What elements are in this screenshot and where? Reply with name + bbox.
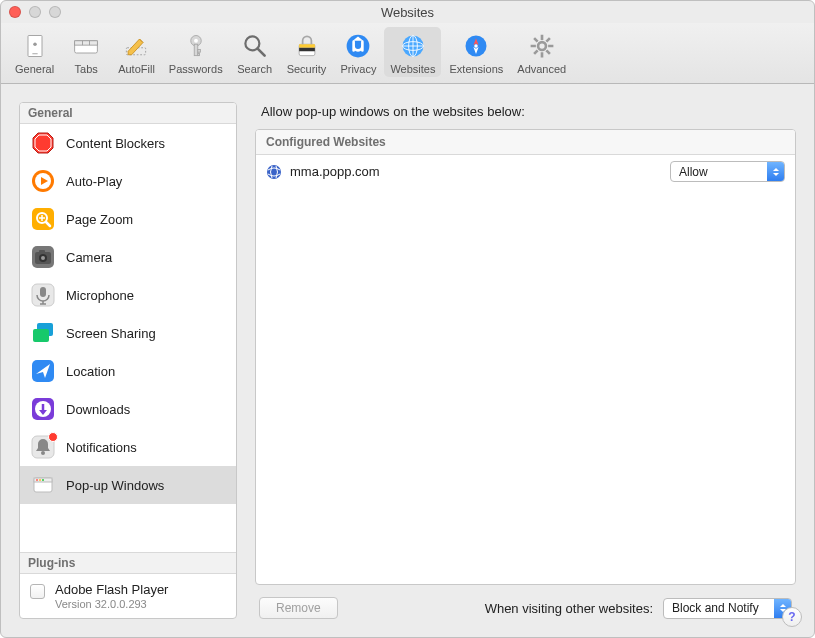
sidebar-item-label: Screen Sharing (66, 326, 156, 341)
toolbar-item-websites[interactable]: Websites (384, 27, 441, 77)
sidebar-group-general: General (20, 103, 236, 124)
screen-sharing-icon (30, 320, 56, 346)
extensions-icon (461, 31, 491, 61)
sidebar-item-camera[interactable]: Camera (20, 238, 236, 276)
plugin-item-flash[interactable]: Adobe Flash Player Version 32.0.0.293 (20, 574, 236, 618)
help-button[interactable]: ? (782, 607, 802, 627)
sidebar-item-page-zoom[interactable]: Page Zoom (20, 200, 236, 238)
toolbar-item-general[interactable]: General (9, 27, 60, 77)
plugin-enable-checkbox[interactable] (30, 584, 45, 599)
microphone-icon (30, 282, 56, 308)
pane-title: Allow pop-up windows on the websites bel… (261, 104, 796, 119)
titlebar: Websites (1, 1, 814, 23)
svg-point-66 (41, 451, 45, 455)
svg-point-51 (41, 256, 45, 260)
settings-sidebar: General Content Blockers Auto-Play (19, 102, 237, 619)
sidebar-list: Content Blockers Auto-Play Page Zoom (20, 124, 236, 552)
svg-rect-11 (197, 50, 200, 53)
sidebar-item-label: Location (66, 364, 115, 379)
auto-play-icon (30, 168, 56, 194)
sidebar-item-content-blockers[interactable]: Content Blockers (20, 124, 236, 162)
sidebar-item-label: Notifications (66, 440, 137, 455)
svg-rect-52 (39, 250, 45, 253)
general-icon (20, 31, 50, 61)
search-icon (240, 31, 270, 61)
toolbar-item-tabs[interactable]: Tabs (62, 27, 110, 77)
svg-point-37 (539, 43, 544, 48)
toolbar-label: AutoFill (118, 63, 155, 75)
sidebar-item-microphone[interactable]: Microphone (20, 276, 236, 314)
site-host: mma.popp.com (290, 164, 662, 179)
sidebar-item-notifications[interactable]: Notifications (20, 428, 236, 466)
svg-rect-12 (197, 53, 199, 56)
toolbar-item-privacy[interactable]: Privacy (334, 27, 382, 77)
toolbar-item-extensions[interactable]: Extensions (443, 27, 509, 77)
preferences-window: Websites General Tabs AutoFill Pass (0, 0, 815, 638)
toolbar-item-security[interactable]: Security (281, 27, 333, 77)
svg-line-35 (546, 38, 550, 42)
sidebar-item-label: Microphone (66, 288, 134, 303)
svg-rect-4 (75, 41, 98, 45)
minimize-window-button[interactable] (29, 6, 41, 18)
site-setting-select[interactable]: Allow (670, 161, 785, 182)
plugin-name: Adobe Flash Player (55, 582, 168, 597)
globe-icon (266, 164, 282, 180)
detail-pane: Allow pop-up windows on the websites bel… (255, 102, 796, 619)
passwords-icon (181, 31, 211, 61)
toolbar-item-search[interactable]: Search (231, 27, 279, 77)
toolbar-item-passwords[interactable]: Passwords (163, 27, 229, 77)
toolbar-label: Passwords (169, 63, 223, 75)
window-title: Websites (1, 5, 814, 20)
plugin-version: Version 32.0.0.293 (55, 598, 168, 610)
pane-footer: Remove When visiting other websites: Blo… (255, 585, 796, 619)
site-setting-value: Allow (671, 165, 767, 179)
advanced-icon (527, 31, 557, 61)
toolbar-label: Privacy (340, 63, 376, 75)
camera-icon (30, 244, 56, 270)
svg-point-71 (42, 479, 44, 481)
sidebar-item-location[interactable]: Location (20, 352, 236, 390)
svg-line-34 (546, 50, 550, 54)
sidebar-item-label: Downloads (66, 402, 130, 417)
sidebar-item-auto-play[interactable]: Auto-Play (20, 162, 236, 200)
sidebar-item-label: Camera (66, 250, 112, 265)
preferences-toolbar: General Tabs AutoFill Passwords Search (1, 23, 814, 84)
close-window-button[interactable] (9, 6, 21, 18)
security-icon (292, 31, 322, 61)
sidebar-item-screen-sharing[interactable]: Screen Sharing (20, 314, 236, 352)
toolbar-label: Websites (390, 63, 435, 75)
toolbar-label: Advanced (517, 63, 566, 75)
content-blockers-icon (30, 130, 56, 156)
other-websites-select[interactable]: Block and Notify (663, 598, 792, 619)
popup-windows-icon (30, 472, 56, 498)
svg-rect-16 (299, 44, 315, 48)
sidebar-item-popup-windows[interactable]: Pop-up Windows (20, 466, 236, 504)
toolbar-item-autofill[interactable]: AutoFill (112, 27, 161, 77)
svg-point-27 (475, 44, 479, 48)
notification-badge (48, 432, 58, 442)
location-icon (30, 358, 56, 384)
remove-button[interactable]: Remove (259, 597, 338, 619)
toolbar-label: Security (287, 63, 327, 75)
svg-line-33 (534, 38, 538, 42)
privacy-icon (343, 31, 373, 61)
websites-icon (398, 31, 428, 61)
svg-line-14 (257, 49, 264, 56)
sidebar-item-label: Content Blockers (66, 136, 165, 151)
sidebar-item-downloads[interactable]: Downloads (20, 390, 236, 428)
configured-websites-header: Configured Websites (256, 130, 795, 155)
toolbar-label: Tabs (75, 63, 98, 75)
zoom-window-button[interactable] (49, 6, 61, 18)
svg-point-69 (36, 479, 38, 481)
page-zoom-icon (30, 206, 56, 232)
site-row[interactable]: mma.popp.com Allow (256, 155, 795, 188)
svg-point-9 (194, 39, 198, 43)
svg-rect-17 (299, 48, 315, 52)
sidebar-item-label: Auto-Play (66, 174, 122, 189)
svg-point-72 (267, 165, 281, 179)
svg-point-1 (33, 43, 37, 47)
content-area: General Content Blockers Auto-Play (1, 84, 814, 637)
window-controls (9, 6, 61, 18)
toolbar-item-advanced[interactable]: Advanced (511, 27, 572, 77)
plugin-text: Adobe Flash Player Version 32.0.0.293 (55, 582, 168, 610)
